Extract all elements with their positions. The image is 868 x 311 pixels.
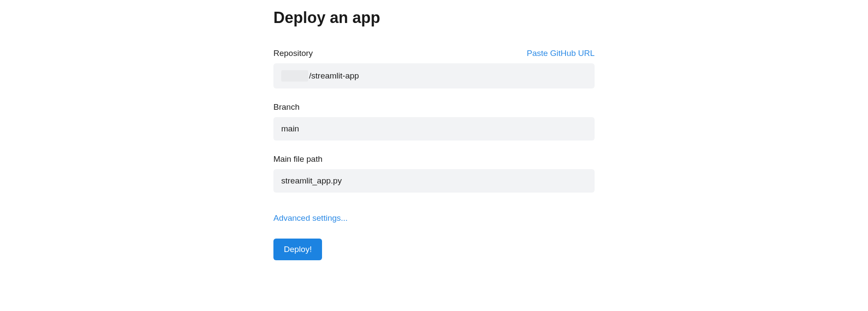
branch-value: main	[281, 124, 299, 134]
advanced-settings-link[interactable]: Advanced settings...	[273, 213, 348, 223]
redacted-owner	[281, 70, 308, 82]
main-file-label: Main file path	[273, 154, 322, 164]
branch-input[interactable]: main	[273, 117, 595, 141]
main-file-input[interactable]: streamlit_app.py	[273, 169, 595, 193]
repository-label: Repository	[273, 49, 313, 58]
repository-value-suffix: /streamlit-app	[309, 71, 359, 81]
page-title: Deploy an app	[273, 9, 595, 27]
paste-github-url-link[interactable]: Paste GitHub URL	[527, 49, 595, 58]
deploy-button[interactable]: Deploy!	[273, 239, 322, 260]
branch-label: Branch	[273, 102, 299, 112]
main-file-value: streamlit_app.py	[281, 176, 342, 186]
repository-input[interactable]: /streamlit-app	[273, 63, 595, 88]
